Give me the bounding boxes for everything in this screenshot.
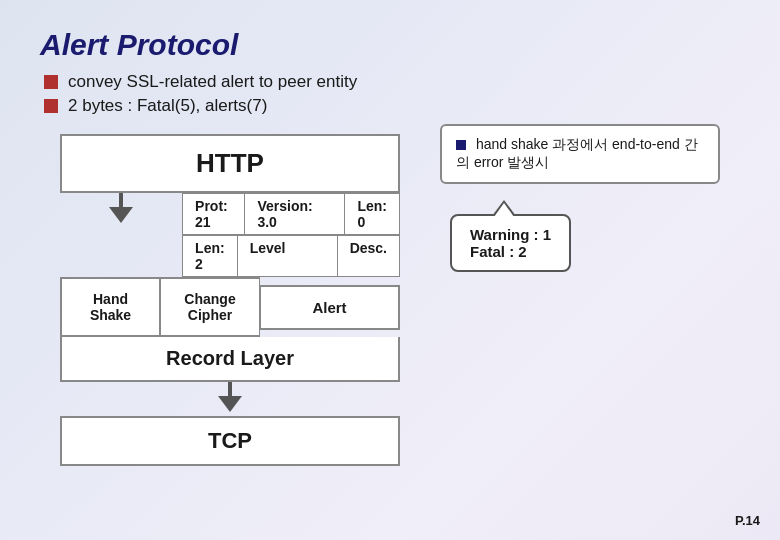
bullet-item-2: 2 bytes : Fatal(5), alerts(7) [44, 96, 740, 116]
change-cipher-box: Change Cipher [160, 277, 260, 337]
warning-box: Warning : 1 Fatal : 2 [450, 214, 571, 272]
len2-cell: Len: 2 [182, 235, 238, 277]
arrow-down-section: Prot: 21 Version: 3.0 Len: 0 Len: 2 Leve… [60, 193, 400, 277]
desc-cell: Desc. [338, 235, 400, 277]
note-square-icon [456, 140, 466, 150]
left-section: HTTP Prot: 21 Version: 3.0 Len: 0 [40, 134, 420, 466]
warning-line1: Warning : 1 [470, 226, 551, 243]
layers-row: Hand Shake Change Cipher Alert [60, 277, 400, 337]
level-cell: Level [238, 235, 338, 277]
bullet-item-1: convey SSL-related alert to peer entity [44, 72, 740, 92]
prot-len-col: Prot: 21 Version: 3.0 Len: 0 Len: 2 Leve… [182, 193, 400, 277]
http-box: HTTP [60, 134, 400, 193]
note-box: hand shake 과정에서 end-to-end 간의 error 발생시 [440, 124, 720, 184]
slide: Alert Protocol convey SSL-related alert … [0, 0, 780, 540]
connector-area: Prot: 21 Version: 3.0 Len: 0 Len: 2 Leve… [60, 193, 400, 277]
version-cell: Version: 3.0 [245, 193, 345, 235]
tcp-arrow-wrapper [218, 382, 242, 412]
col-triangle [109, 207, 133, 223]
record-layer-box: Record Layer [60, 337, 400, 382]
main-content: HTTP Prot: 21 Version: 3.0 Len: 0 [40, 134, 740, 466]
prot-cell: Prot: 21 [182, 193, 245, 235]
tcp-box: TCP [60, 416, 400, 466]
note-text: hand shake 과정에서 end-to-end 간의 error 발생시 [456, 136, 698, 170]
bullet-square-2 [44, 99, 58, 113]
tcp-col-arrow [228, 382, 232, 396]
bullet-text-2: 2 bytes : Fatal(5), alerts(7) [68, 96, 267, 116]
bullet-list: convey SSL-related alert to peer entity … [44, 72, 740, 116]
tcp-col-triangle [218, 396, 242, 412]
hand-shake-box: Hand Shake [60, 277, 160, 337]
bullet-text-1: convey SSL-related alert to peer entity [68, 72, 357, 92]
page-title: Alert Protocol [40, 28, 740, 62]
col-arrow-wrapper [109, 193, 133, 223]
bullet-square-1 [44, 75, 58, 89]
len0-cell: Len: 0 [345, 193, 400, 235]
alert-box: Alert [260, 285, 400, 330]
page-number: P.14 [735, 513, 760, 528]
right-section: hand shake 과정에서 end-to-end 간의 error 발생시 … [440, 124, 720, 272]
left-arrow-col [60, 193, 182, 223]
col-arrow-1 [119, 193, 123, 207]
warning-line2: Fatal : 2 [470, 243, 551, 260]
